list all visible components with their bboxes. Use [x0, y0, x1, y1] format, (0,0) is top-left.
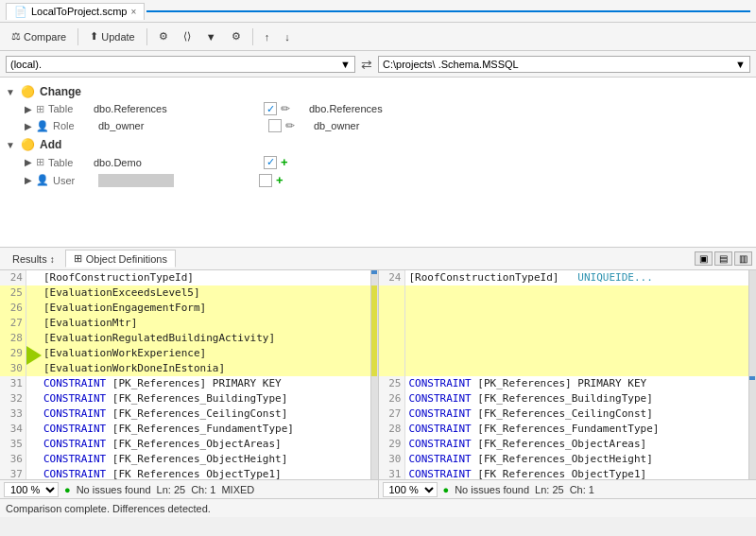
left-connection-dropdown[interactable]: (local). ▼ [6, 56, 355, 73]
toolbar: ⚖ Compare ⬆ Update ⚙ ⟨⟩ ▼ ⚙ ↑ ↓ [0, 23, 756, 51]
zoom-left-select[interactable]: 100 % [4, 482, 59, 497]
view-btn-2[interactable]: ▤ [714, 251, 732, 266]
right-status: 100 % ● No issues found Ln: 25 Ch: 1 [379, 480, 757, 498]
code-line: [EvaluationMtr] [26, 316, 370, 331]
change-header[interactable]: ▼ 🟡 Change [6, 83, 750, 100]
table-row-demo[interactable]: ▶ ⊞ Table dbo.Demo ✓ + [6, 153, 750, 171]
results-tab[interactable]: Results ↕ [4, 251, 63, 268]
diff-left: 24 25 26 27 28 29 30 31 32 33 34 35 36 3… [0, 270, 379, 479]
user-name-redacted [98, 174, 174, 187]
code-line: [EvaluationEngagementForm] [26, 301, 370, 316]
expand-role-icon[interactable]: ▶ [25, 121, 36, 131]
ok-icon-left: ● [64, 484, 71, 495]
right-connection-dropdown[interactable]: C:\projects\ .Schema.MSSQL ▼ [378, 56, 750, 73]
separator2 [146, 28, 147, 45]
mixed-label: MIXED [221, 484, 254, 495]
left-role-name: db_owner [98, 120, 268, 131]
demo-type-label: Table [48, 157, 94, 168]
connection-bar: (local). ▼ ⇄ C:\projects\ .Schema.MSSQL … [0, 51, 756, 78]
code-line: [EvaluationExceedsLevel5] [26, 285, 370, 301]
file-tab-label: LocalToProject.scmp [31, 6, 128, 17]
view-btn-3[interactable]: ▥ [734, 251, 752, 266]
code-line [405, 361, 749, 376]
change-label: Change [40, 85, 81, 98]
code-left[interactable]: [RoofConstructionTypeId] [EvaluationExce… [26, 270, 370, 479]
code-line: CONSTRAINT [FK_References_ObjectAreas] [405, 437, 749, 452]
sort-icon: ↕ [50, 254, 55, 265]
down-button[interactable]: ↓ [279, 28, 296, 45]
code-line: [EvaluationRegulatedBuildingActivity] [26, 331, 370, 346]
expand-user-icon[interactable]: ▶ [25, 175, 36, 185]
close-icon[interactable]: × [131, 7, 137, 17]
right-table-name: dbo.References [309, 103, 383, 114]
user-checkbox[interactable] [259, 174, 272, 187]
file-tab[interactable]: 📄 LocalToProject.scmp × [6, 3, 145, 20]
update-button[interactable]: ⬆ Update [84, 27, 140, 45]
expand-demo-icon[interactable]: ▶ [25, 157, 36, 167]
scroll-marker-blue [749, 376, 755, 380]
add-section: ▼ 🟡 Add ▶ ⊞ Table dbo.Demo ✓ + ▶ 👤 User … [6, 136, 750, 189]
dropdown-button[interactable]: ▼ [200, 28, 222, 45]
options-icon: ⚙ [159, 30, 168, 43]
swap-button[interactable]: ⇄ [361, 57, 372, 72]
update-icon: ⬆ [90, 30, 98, 43]
no-issues-right: No issues found [455, 484, 529, 495]
scroll-marker-left [370, 270, 378, 479]
code-line: [RoofConstructionTypeId] [26, 270, 370, 285]
left-status: 100 % ● No issues found Ln: 25 Ch: 1 MIX… [0, 480, 379, 498]
code-line: CONSTRAINT [FK_References_CeilingConst] [405, 406, 749, 422]
arrow-down-icon: ↓ [284, 31, 290, 43]
role-checkbox[interactable] [268, 119, 282, 132]
filter-button[interactable]: ⟨⟩ [178, 27, 197, 45]
demo-name: dbo.Demo [94, 157, 264, 168]
settings-button[interactable]: ⚙ [226, 27, 247, 45]
left-table-name: dbo.References [94, 103, 264, 114]
zoom-right-select[interactable]: 100 % [383, 482, 438, 497]
ok-icon-right: ● [443, 484, 450, 495]
folder-add-icon: 🟡 [21, 138, 36, 151]
add-header[interactable]: ▼ 🟡 Add [6, 136, 750, 153]
bottom-tabs: Results ↕ ⊞ Object Definitions ▣ ▤ ▥ [0, 248, 756, 270]
objdef-icon: ⊞ [74, 252, 82, 265]
ch-right: Ch: 1 [570, 484, 594, 495]
code-right[interactable]: [RoofConstructionTypeId] UNIQUEIDE... CO… [405, 270, 749, 479]
ch-left: Ch: 1 [191, 484, 215, 495]
chevron-down-icon: ▼ [206, 31, 216, 43]
objdef-tab[interactable]: ⊞ Object Definitions [65, 250, 176, 268]
scroll-marker-yellow [371, 285, 377, 376]
view-buttons: ▣ ▤ ▥ [695, 251, 752, 266]
chevron-down-icon: ▼ [340, 59, 351, 70]
demo-checkbox[interactable]: ✓ [264, 156, 277, 169]
code-line: CONSTRAINT [FK_References_ObjectType1] [26, 467, 370, 479]
options-button[interactable]: ⚙ [153, 27, 174, 45]
user-type-icon: 👤 [36, 174, 49, 186]
compare-icon: ⚖ [11, 30, 21, 43]
user-row[interactable]: ▶ 👤 User + [6, 171, 750, 189]
comparison-tree: ▼ 🟡 Change ▶ ⊞ Table dbo.References ✓ ✏ … [0, 78, 756, 248]
code-line: CONSTRAINT [FK_References_BuildingType] [405, 391, 749, 406]
view-btn-1[interactable]: ▣ [695, 251, 713, 266]
code-line [405, 301, 749, 316]
filter-icon: ⟨⟩ [183, 30, 191, 43]
table-checkbox[interactable]: ✓ [264, 102, 277, 115]
code-line: CONSTRAINT [PK_References] PRIMARY KEY [405, 376, 749, 391]
change-section: ▼ 🟡 Change ▶ ⊞ Table dbo.References ✓ ✏ … [6, 83, 750, 134]
user-add-icon: + [276, 173, 284, 187]
up-button[interactable]: ↑ [259, 28, 276, 45]
table-row-references[interactable]: ▶ ⊞ Table dbo.References ✓ ✏ dbo.Referen… [6, 100, 750, 117]
right-role-name: db_owner [314, 120, 359, 131]
expand-add-icon[interactable]: ▼ [6, 140, 17, 150]
line-numbers-left: 24 25 26 27 28 29 30 31 32 33 34 35 36 3… [0, 270, 26, 479]
folder-icon: 🟡 [21, 85, 36, 98]
expand-table-icon[interactable]: ▶ [25, 104, 36, 114]
expand-icon[interactable]: ▼ [6, 87, 17, 97]
scroll-marker-top [371, 270, 377, 274]
role-action-icon: ✏ [285, 119, 295, 132]
compare-button[interactable]: ⚖ Compare [6, 27, 72, 45]
code-line [405, 316, 749, 331]
bottom-panel: Results ↕ ⊞ Object Definitions ▣ ▤ ▥ 24 … [0, 248, 756, 498]
role-row[interactable]: ▶ 👤 Role db_owner ✏ db_owner [6, 117, 750, 134]
chevron-down-icon2: ▼ [735, 59, 746, 70]
line-numbers-right: 24 25 26 27 28 29 30 31 [379, 270, 405, 479]
diff-left-body: 24 25 26 27 28 29 30 31 32 33 34 35 36 3… [0, 270, 378, 479]
